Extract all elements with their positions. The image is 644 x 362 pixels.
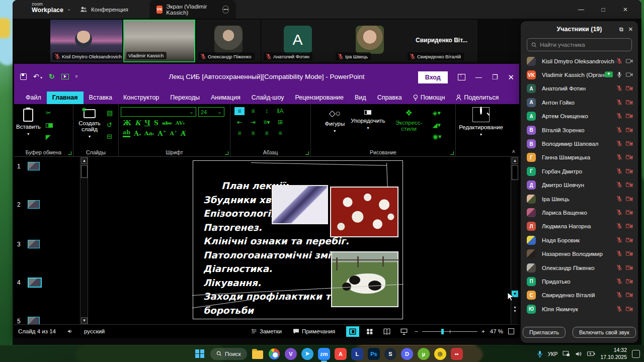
ppt-tab-слайд-шоу[interactable]: Слайд-шоу	[246, 92, 290, 104]
tab-more-icon[interactable]: •••	[222, 6, 229, 14]
mic-off-icon[interactable]	[616, 236, 622, 245]
cut-icon[interactable]: ✂	[46, 109, 53, 117]
taskbar-zoom[interactable]: zm	[318, 348, 330, 360]
slide[interactable]: План лекції:Збудники хвороб.Епізоотологі…	[193, 160, 403, 319]
taskbar-gamepad[interactable]: ▪▪	[451, 348, 463, 360]
bold-button[interactable]: Ж	[123, 119, 131, 127]
participant-row[interactable]: ГГанна Шамрицька	[521, 151, 638, 164]
participant-row[interactable]: ГГорбач Дмитро	[521, 164, 638, 178]
camera-off-icon[interactable]	[626, 126, 633, 135]
ppt-tab-главная[interactable]: Главная	[47, 92, 84, 104]
camera-off-icon[interactable]	[626, 139, 633, 148]
language-status[interactable]: русский	[84, 328, 105, 334]
zoom-percentage[interactable]: 47 %	[490, 328, 503, 334]
ppt-tab-помощн[interactable]: Помощн	[408, 92, 451, 104]
slide-image-cow[interactable]	[331, 251, 398, 307]
thumbnail-scrollbar[interactable]: ▲ ▼	[80, 157, 88, 324]
taskbar-lightroom[interactable]: L	[351, 348, 363, 360]
bullets-button[interactable]: ≡	[234, 107, 245, 115]
participant-row[interactable]: Олександр Піженко	[521, 261, 638, 275]
camera-off-icon[interactable]	[626, 153, 633, 162]
mic-off-icon[interactable]	[616, 112, 622, 121]
increase-indent-button[interactable]: ⇥	[248, 118, 258, 126]
strikethrough-button[interactable]: abc	[162, 120, 172, 126]
slide-thumbnail-4[interactable]: 4	[17, 278, 42, 288]
ppt-minimize-button[interactable]: —	[475, 73, 482, 81]
maximize-button[interactable]: □	[592, 0, 614, 19]
taskbar-steam[interactable]: S	[384, 348, 396, 360]
camera-off-icon[interactable]	[626, 180, 633, 190]
new-slide-button[interactable]: ✱ Создать слайд ▾	[75, 107, 104, 141]
collapse-ribbon-icon[interactable]: ˄	[512, 148, 515, 154]
clipboard-dialog-launcher[interactable]	[68, 151, 71, 155]
mic-off-icon[interactable]	[616, 208, 622, 217]
ppt-tab-конструктор[interactable]: Конструктор	[118, 92, 165, 104]
clock[interactable]: 14:32 17.10.2025	[600, 347, 627, 360]
close-panel-icon[interactable]: ✕	[628, 26, 633, 33]
mic-off-icon[interactable]	[616, 180, 622, 190]
numbering-button[interactable]: ≡	[248, 107, 258, 115]
quick-styles-button[interactable]: ❖ Экспресс-стили	[391, 107, 427, 141]
accessibility-icon[interactable]	[67, 328, 73, 334]
ppt-tab-поделиться[interactable]: Поделиться	[450, 92, 504, 104]
slide-image-bacillus[interactable]	[272, 185, 328, 224]
arrange-button[interactable]: Упорядочить ▾	[351, 107, 385, 141]
language-indicator[interactable]: УКР	[548, 351, 558, 357]
shape-effects-icon[interactable]: ◉▾	[433, 133, 442, 141]
signin-button[interactable]: Вход	[418, 71, 448, 83]
smartart-button[interactable]: ⊞	[275, 118, 285, 126]
camera-off-icon[interactable]	[626, 112, 633, 121]
text-shadow-button[interactable]: S	[154, 119, 158, 127]
normal-view-button[interactable]	[346, 326, 359, 337]
font-size-select[interactable]: 24⌄	[198, 107, 224, 117]
slide-thumbnail-2[interactable]: 2	[17, 200, 40, 209]
invite-button[interactable]: Пригласить	[523, 327, 566, 338]
camera-off-icon[interactable]	[626, 84, 633, 93]
participant-row[interactable]: Іра Швець	[521, 192, 638, 206]
line-spacing-button[interactable]: ↕	[262, 107, 272, 115]
clear-format-button[interactable]: А̸	[181, 130, 186, 137]
participant-row[interactable]: ДДмитро Шевчун	[521, 178, 638, 192]
mic-off-icon[interactable]	[616, 222, 622, 231]
reading-view-button[interactable]	[380, 326, 393, 337]
zoom-slider-thumb[interactable]	[441, 329, 444, 334]
zoom-slider[interactable]	[422, 331, 477, 332]
video-tile-1[interactable]: Kisil Dmytro Oleksandrovich	[50, 20, 122, 62]
slide-thumbnail-3[interactable]: 3	[17, 240, 40, 248]
taskbar-photoshop[interactable]: Ps	[368, 348, 380, 360]
camera-off-icon[interactable]	[626, 222, 633, 231]
ppt-tab-файл[interactable]: Файл	[20, 92, 47, 104]
participant-row[interactable]: Назаренко Володимир	[521, 247, 638, 260]
mic-on-icon[interactable]	[616, 70, 622, 79]
mic-off-icon[interactable]	[616, 249, 622, 258]
align-left-button[interactable]: ≡	[234, 129, 245, 137]
participant-row[interactable]: ЛЛюдмила Нагорна	[521, 220, 638, 233]
zoom-out-button[interactable]: −	[415, 328, 418, 334]
ppt-tab-анимация[interactable]: Анимация	[205, 92, 246, 104]
unmute-button[interactable]: Включить свой звук	[573, 327, 636, 338]
video-tile-4[interactable]: AАнатолий Фотин	[262, 20, 334, 62]
paste-button[interactable]: Вставить ▾	[16, 107, 41, 141]
camera-on-icon[interactable]	[626, 57, 633, 66]
font-dialog-launcher[interactable]	[225, 151, 228, 155]
ppt-tab-справка[interactable]: Справка	[372, 92, 408, 104]
font-color-button[interactable]: А▾	[134, 130, 141, 137]
participant-row[interactable]: ВВіталій Зоренко	[521, 123, 638, 137]
taskbar-telegram[interactable]: ➤	[301, 348, 313, 360]
participant-row[interactable]: ППридатько	[521, 275, 638, 288]
notification-center-icon[interactable]	[632, 350, 640, 358]
mic-off-icon[interactable]	[616, 57, 622, 66]
format-painter-icon[interactable]: ◤	[46, 133, 53, 141]
camera-off-icon[interactable]	[626, 208, 633, 217]
video-tile-2[interactable]: Vladimir Kassich	[123, 20, 195, 62]
tray-speaker-icon[interactable]	[575, 351, 582, 357]
participant-row[interactable]: Лариса Ващенко	[521, 206, 638, 219]
shape-outline-icon[interactable]: ◢▾	[433, 121, 442, 129]
taskbar-utorrent[interactable]: µ	[418, 348, 430, 360]
taskbar-viber[interactable]: V	[285, 348, 297, 360]
participant-row[interactable]: ААртем Онищенко	[521, 110, 638, 123]
participant-row[interactable]: ЮЮля Якимчук	[521, 302, 638, 316]
ppt-close-button[interactable]: ✕	[508, 73, 514, 82]
thumb-scroll-thumb[interactable]	[81, 165, 88, 178]
camera-off-icon[interactable]	[626, 263, 633, 273]
